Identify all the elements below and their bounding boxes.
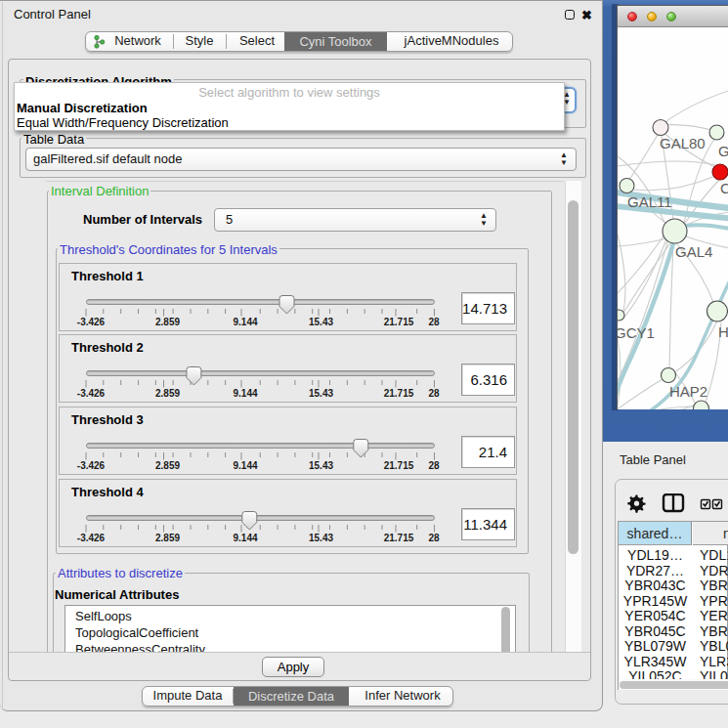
svg-text:GAL4: GAL4 [675,243,712,260]
svg-text:C: C [720,180,728,196]
svg-text:H: H [718,323,728,340]
svg-text:G.: G. [718,143,728,159]
svg-text:GCY1: GCY1 [618,324,655,341]
svg-text:GAL11: GAL11 [627,193,672,210]
svg-text:GAL80: GAL80 [660,135,706,151]
svg-text:HAP2: HAP2 [669,383,707,400]
